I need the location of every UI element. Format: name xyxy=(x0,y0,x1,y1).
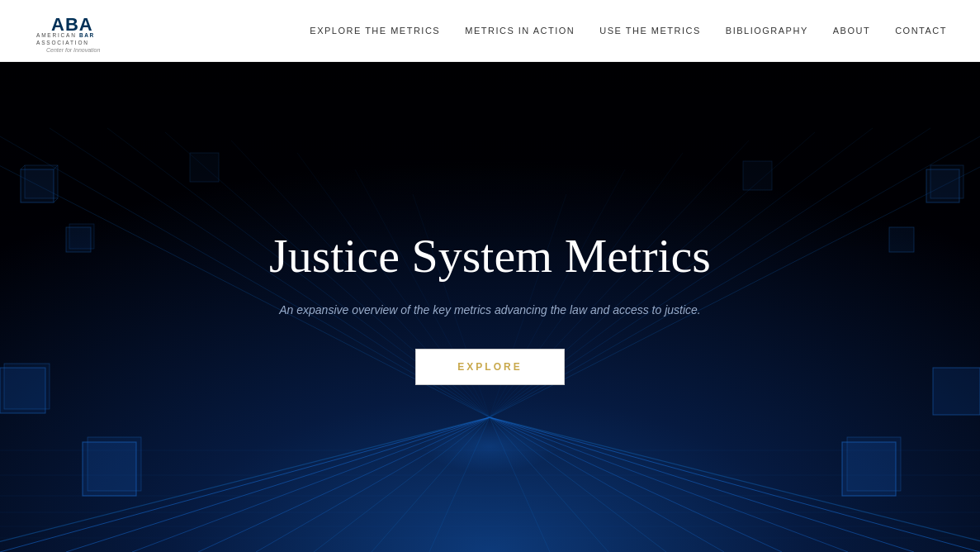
aba-logo: ABA AMERICAN BAR ASSOCIATION Center for … xyxy=(33,9,124,52)
site-header: ABA AMERICAN BAR ASSOCIATION Center for … xyxy=(0,0,980,62)
logo-svg: ABA AMERICAN BAR ASSOCIATION Center for … xyxy=(33,9,124,52)
hero-title: Justice System Metrics xyxy=(269,229,711,284)
hero-section: Justice System Metrics An expansive over… xyxy=(0,62,980,552)
hero-subtitle: An expansive overview of the key metrics… xyxy=(269,301,711,319)
nav-about[interactable]: ABOUT xyxy=(833,26,870,36)
hero-content: Justice System Metrics An expansive over… xyxy=(236,229,744,384)
nav-bibliography[interactable]: BIBLIOGRAPHY xyxy=(726,26,808,36)
main-nav: EXPLORE THE METRICS METRICS IN ACTION US… xyxy=(310,26,947,36)
svg-text:BAR: BAR xyxy=(79,32,95,38)
nav-contact[interactable]: CONTACT xyxy=(895,26,947,36)
explore-button[interactable]: EXPLORE xyxy=(415,349,564,385)
nav-metrics-in-action[interactable]: METRICS IN ACTION xyxy=(465,26,575,36)
svg-text:Center for Innovation: Center for Innovation xyxy=(46,47,100,52)
nav-explore-metrics[interactable]: EXPLORE THE METRICS xyxy=(310,26,440,36)
logo-area[interactable]: ABA AMERICAN BAR ASSOCIATION Center for … xyxy=(33,9,124,52)
svg-text:ASSOCIATION: ASSOCIATION xyxy=(36,40,89,45)
nav-use-metrics[interactable]: USE THE METRICS xyxy=(599,26,701,36)
svg-text:AMERICAN: AMERICAN xyxy=(36,32,77,38)
